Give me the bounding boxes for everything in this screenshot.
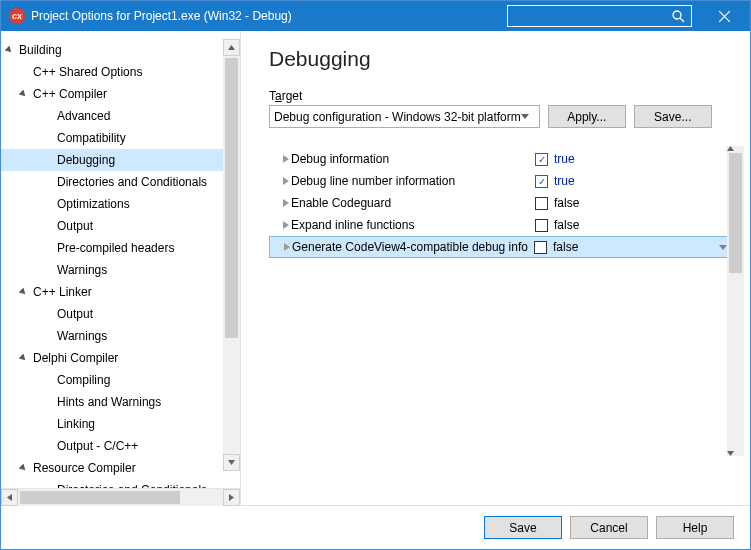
tree-item[interactable]: Directories and Conditionals — [1, 171, 240, 193]
scroll-up-icon[interactable] — [223, 39, 240, 56]
scroll-thumb[interactable] — [20, 491, 180, 504]
option-row[interactable]: Debug line number information✓true — [269, 170, 732, 192]
option-name: Expand inline functions — [287, 218, 529, 232]
tree-item[interactable]: Debugging — [1, 149, 240, 171]
target-label: Target — [269, 89, 732, 103]
sidebar-hscrollbar[interactable] — [1, 488, 240, 505]
tree-item[interactable]: Warnings — [1, 325, 240, 347]
tree-item-label: Advanced — [55, 109, 110, 123]
option-value-cell[interactable]: false — [529, 218, 732, 232]
svg-marker-6 — [7, 494, 12, 501]
tree-item[interactable]: Delphi Compiler — [1, 347, 240, 369]
close-button[interactable] — [704, 1, 744, 31]
tree-item[interactable]: Directories and Conditionals — [1, 479, 240, 488]
titlebar-search-input[interactable] — [507, 5, 692, 27]
chevron-right-icon[interactable] — [270, 243, 288, 251]
tree-expander-icon[interactable] — [19, 288, 31, 297]
tree-item-label: Debugging — [55, 153, 115, 167]
tree-item-label: Building — [17, 43, 62, 57]
sidebar-vscrollbar[interactable] — [223, 39, 240, 471]
tree-item[interactable]: C++ Linker — [1, 281, 240, 303]
tree-item-label: Warnings — [55, 329, 107, 343]
tree-item[interactable]: Output — [1, 303, 240, 325]
apply-button[interactable]: Apply... — [548, 105, 626, 128]
option-value-cell[interactable]: false — [528, 240, 731, 254]
tree-item-label: Delphi Compiler — [31, 351, 118, 365]
scroll-thumb[interactable] — [729, 153, 742, 273]
tree-expander-icon[interactable] — [5, 46, 17, 55]
target-combobox[interactable]: Debug configuration - Windows 32-bit pla… — [269, 105, 540, 128]
tree-item[interactable]: Compiling — [1, 369, 240, 391]
chevron-right-icon[interactable] — [269, 199, 287, 207]
option-value-text: false — [554, 196, 579, 210]
tree-item-label: Output — [55, 219, 93, 233]
footer: Save Cancel Help — [1, 505, 750, 549]
option-checkbox[interactable] — [535, 219, 548, 232]
tree-item[interactable]: Warnings — [1, 259, 240, 281]
option-row[interactable]: Debug information✓true — [269, 148, 732, 170]
save-button[interactable]: Save — [484, 516, 562, 539]
option-name: Debug information — [287, 152, 529, 166]
tree-expander-icon[interactable] — [19, 354, 31, 363]
tree-item[interactable]: Linking — [1, 413, 240, 435]
help-button[interactable]: Help — [656, 516, 734, 539]
tree-item[interactable]: Optimizations — [1, 193, 240, 215]
svg-marker-8 — [521, 114, 529, 119]
option-row[interactable]: Enable Codeguardfalse — [269, 192, 732, 214]
tree-expander-icon[interactable] — [19, 90, 31, 99]
option-value-cell[interactable]: false — [529, 196, 732, 210]
option-row[interactable]: Generate CodeView4-compatible debug info… — [269, 236, 732, 258]
tree-item[interactable]: Output - C/C++ — [1, 435, 240, 457]
tree-item[interactable]: Output — [1, 215, 240, 237]
option-checkbox[interactable] — [534, 241, 547, 254]
window: cx Project Options for Project1.exe (Win… — [0, 0, 751, 550]
scroll-thumb[interactable] — [225, 58, 238, 338]
tree-item-label: Compatibility — [55, 131, 126, 145]
option-value-text: true — [554, 152, 575, 166]
chevron-right-icon[interactable] — [269, 177, 287, 185]
save-options-button[interactable]: Save... — [634, 105, 712, 128]
tree-item[interactable]: Building — [1, 39, 240, 61]
tree-item[interactable]: Pre-compiled headers — [1, 237, 240, 259]
tree-item-label: C++ Shared Options — [31, 65, 142, 79]
tree-item-label: Output — [55, 307, 93, 321]
svg-line-1 — [680, 18, 684, 22]
option-checkbox[interactable]: ✓ — [535, 153, 548, 166]
option-checkbox[interactable]: ✓ — [535, 175, 548, 188]
tree-expander-icon[interactable] — [19, 464, 31, 473]
page-title: Debugging — [269, 47, 732, 71]
tree-item-label: Output - C/C++ — [55, 439, 138, 453]
svg-marker-4 — [228, 45, 235, 50]
option-checkbox[interactable] — [535, 197, 548, 210]
svg-marker-14 — [719, 245, 727, 250]
tree-item-label: Linking — [55, 417, 95, 431]
titlebar: cx Project Options for Project1.exe (Win… — [1, 1, 750, 31]
tree-item-label: Directories and Conditionals — [55, 175, 207, 189]
grid-vscrollbar[interactable] — [727, 146, 744, 456]
tree-item-label: Pre-compiled headers — [55, 241, 174, 255]
option-value-cell[interactable]: ✓true — [529, 152, 732, 166]
tree-item[interactable]: Compatibility — [1, 127, 240, 149]
tree-item[interactable]: Advanced — [1, 105, 240, 127]
body: BuildingC++ Shared OptionsC++ CompilerAd… — [1, 31, 750, 505]
tree-item[interactable]: C++ Compiler — [1, 83, 240, 105]
chevron-right-icon[interactable] — [269, 155, 287, 163]
tree: BuildingC++ Shared OptionsC++ CompilerAd… — [1, 39, 240, 488]
chevron-right-icon[interactable] — [269, 221, 287, 229]
cancel-button[interactable]: Cancel — [570, 516, 648, 539]
scroll-down-icon[interactable] — [727, 451, 744, 456]
option-name: Enable Codeguard — [287, 196, 529, 210]
tree-item-label: Compiling — [55, 373, 110, 387]
chevron-down-icon[interactable] — [719, 245, 727, 250]
tree-item[interactable]: C++ Shared Options — [1, 61, 240, 83]
option-value-cell[interactable]: ✓true — [529, 174, 732, 188]
scroll-down-icon[interactable] — [223, 454, 240, 471]
window-title: Project Options for Project1.exe (Win32 … — [31, 9, 292, 23]
tree-item[interactable]: Hints and Warnings — [1, 391, 240, 413]
tree-item-label: Hints and Warnings — [55, 395, 161, 409]
scroll-left-icon[interactable] — [1, 489, 18, 506]
tree-item[interactable]: Resource Compiler — [1, 457, 240, 479]
option-row[interactable]: Expand inline functionsfalse — [269, 214, 732, 236]
scroll-right-icon[interactable] — [223, 489, 240, 506]
svg-marker-7 — [229, 494, 234, 501]
